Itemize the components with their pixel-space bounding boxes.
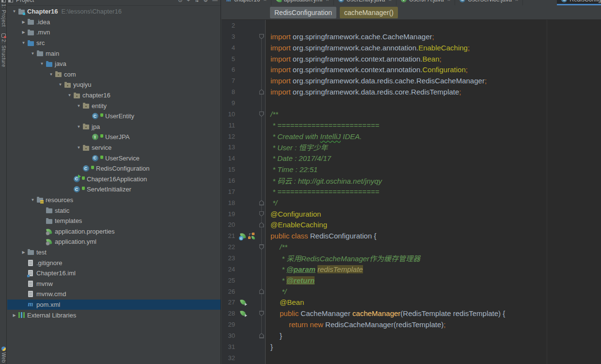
- tree-item-yuqiyu[interactable]: ▼yuqiyu: [7, 79, 221, 90]
- code-line-text[interactable]: import org.springframework.cache.annotat…: [266, 44, 470, 52]
- spring-bean-icon[interactable]: [240, 310, 247, 317]
- spring-configuration-icon[interactable]: c: [240, 233, 247, 239]
- tree-item-redisconfiguration[interactable]: CRedisConfiguration: [7, 163, 221, 174]
- code-line-text[interactable]: import org.springframework.data.redis.co…: [266, 88, 461, 96]
- code-line-text[interactable]: import org.springframework.cache.CacheMa…: [266, 32, 434, 41]
- fold-close-marker[interactable]: [259, 89, 264, 95]
- tree-item-application-yml[interactable]: application.yml: [7, 237, 221, 247]
- tree-item-userjpa[interactable]: IUserJPA: [7, 132, 221, 142]
- tool-stripe-button-2-structure[interactable]: 2: Structure: [1, 33, 6, 67]
- tree-item-external-libraries[interactable]: ▶External Libraries: [7, 310, 221, 320]
- code-line-text[interactable]: * 码云 : http://git.oschina.net/jnyqy: [266, 175, 382, 186]
- tree-item-mvnw[interactable]: mvnw: [7, 278, 221, 289]
- chevron-collapsed-icon[interactable]: ▶: [20, 20, 27, 24]
- tree-item-mvn[interactable]: ▶.mvn: [7, 27, 221, 38]
- editor-tab-application-yml[interactable]: application.yml×: [271, 0, 334, 5]
- chevron-expanded-icon[interactable]: ▼: [30, 198, 36, 202]
- tab-close-icon[interactable]: ×: [447, 0, 450, 2]
- chevron-expanded-icon[interactable]: ▼: [20, 41, 27, 45]
- code-line-text[interactable]: * Created with IntelliJ IDEA.: [266, 132, 362, 141]
- fold-close-marker[interactable]: [259, 222, 264, 227]
- fold-close-marker[interactable]: [259, 200, 264, 206]
- editor-tab-userentity-java[interactable]: CUserEntity.java×: [334, 0, 396, 5]
- code-line-text[interactable]: }: [266, 332, 282, 340]
- tree-item-resources[interactable]: ▼resources: [7, 195, 221, 206]
- code-line-text[interactable]: */: [266, 287, 286, 296]
- code-line-text[interactable]: * @param redisTemplate: [266, 265, 363, 273]
- tree-item-test[interactable]: ▶test: [7, 247, 221, 258]
- tree-item-chapter16[interactable]: ▼Chapter16E:\lessons\Chapter16: [7, 6, 221, 17]
- code-line-text[interactable]: @Configuration: [266, 210, 321, 218]
- chevron-collapsed-icon[interactable]: ▶: [11, 313, 17, 317]
- fold-open-marker[interactable]: [259, 311, 264, 316]
- editor-tab-chapter16[interactable]: mchapter16×: [221, 0, 271, 5]
- breadcrumb-redisconfiguration[interactable]: RedisConfiguration: [270, 7, 336, 18]
- hide-panel-icon[interactable]: —: [212, 0, 218, 3]
- code-line-text[interactable]: * User : 恒宇少年: [266, 142, 328, 152]
- tree-item-pom-xml[interactable]: mpom.xml: [7, 300, 221, 310]
- collapse-all-icon[interactable]: ⇅: [194, 0, 199, 3]
- fold-close-marker[interactable]: [259, 289, 264, 294]
- tree-item-service[interactable]: ▼service: [7, 142, 221, 153]
- code-line-text[interactable]: */: [266, 199, 277, 207]
- editor-tab-userservice-java[interactable]: CUserService.java×: [455, 0, 523, 5]
- chevron-collapsed-icon[interactable]: ▶: [20, 250, 27, 254]
- code-line-text[interactable]: * ========================: [266, 121, 379, 129]
- code-line-text[interactable]: * Date : 2017/4/17: [266, 154, 331, 162]
- chevron-expanded-icon[interactable]: ▼: [76, 104, 82, 108]
- code-line-text[interactable]: @EnableCaching: [266, 221, 327, 229]
- spring-bean-icon[interactable]: [240, 299, 247, 306]
- chevron-expanded-icon[interactable]: ▼: [66, 93, 73, 97]
- chevron-expanded-icon[interactable]: ▼: [11, 9, 17, 14]
- code-line-text[interactable]: import org.springframework.context.annot…: [266, 65, 468, 74]
- tree-item-chapter16[interactable]: ▼chapter16: [7, 90, 221, 101]
- editor-tab-redisconfigur[interactable]: CRedisConfigur: [557, 0, 601, 5]
- locate-icon[interactable]: ⊙: [178, 0, 182, 3]
- tree-item-templates[interactable]: templates: [7, 216, 221, 226]
- tab-close-icon[interactable]: ×: [263, 0, 266, 2]
- code-line-text[interactable]: public CacheManager cacheManager(RedisTe…: [266, 309, 505, 317]
- code-line-text[interactable]: public class RedisConfiguration {: [266, 232, 376, 240]
- chevron-expanded-icon[interactable]: ▼: [57, 82, 63, 87]
- code-line-text[interactable]: }: [266, 343, 273, 351]
- code-line-text[interactable]: * 采用RedisCacheManager作为缓存管理器: [266, 253, 420, 263]
- tree-item-jpa[interactable]: ▼jpa: [7, 122, 221, 132]
- tab-close-icon[interactable]: ×: [326, 0, 329, 2]
- fold-close-marker[interactable]: [259, 333, 264, 338]
- tree-item-entity[interactable]: ▼entity: [7, 100, 221, 111]
- code-line-text[interactable]: return new RedisCacheManager(redisTempla…: [266, 320, 446, 329]
- code-line-text[interactable]: /**: [266, 243, 287, 251]
- tree-item-userservice[interactable]: CUserService: [7, 153, 221, 163]
- code-line-text[interactable]: import org.springframework.data.redis.ca…: [266, 77, 487, 85]
- tree-item-userentity[interactable]: CUserEntity: [7, 111, 221, 122]
- code-line-text[interactable]: * @return: [266, 276, 315, 285]
- code-editor[interactable]: 23import org.springframework.cache.Cache…: [221, 20, 601, 364]
- tree-item-chapter16-iml[interactable]: Chapter16.iml: [7, 268, 221, 279]
- code-line-text[interactable]: * Time : 22:51: [266, 165, 317, 174]
- fold-open-marker[interactable]: [259, 34, 264, 39]
- fold-open-marker[interactable]: [259, 211, 264, 217]
- code-line-text[interactable]: /**: [266, 110, 278, 118]
- tree-item-java[interactable]: ▼java: [7, 59, 221, 69]
- tool-stripe-button-web[interactable]: Web: [1, 347, 6, 363]
- settings-gear-icon[interactable]: ⚙: [203, 0, 208, 3]
- tree-item-main[interactable]: ▼main: [7, 48, 221, 59]
- code-line-text[interactable]: @Bean: [266, 298, 304, 306]
- tab-close-icon[interactable]: ×: [515, 0, 518, 2]
- tool-stripe-button-1-project[interactable]: 1: Project: [1, 0, 6, 27]
- code-line-text[interactable]: import org.springframework.context.annot…: [266, 55, 442, 63]
- tree-item-mvnw-cmd[interactable]: mvnw.cmd: [7, 289, 221, 300]
- tree-item-idea[interactable]: ▶.idea: [7, 17, 221, 28]
- code-line-text[interactable]: * ========================: [266, 188, 379, 196]
- tree-item-static[interactable]: static: [7, 205, 221, 216]
- chevron-collapsed-icon[interactable]: ▶: [20, 30, 27, 34]
- breadcrumb-cachemanager[interactable]: cacheManager(): [340, 7, 398, 18]
- tree-item-application-properties[interactable]: application.properties: [7, 226, 221, 237]
- tab-close-icon[interactable]: ×: [388, 0, 391, 2]
- tree-item-com[interactable]: ▼com: [7, 69, 221, 80]
- chevron-expanded-icon[interactable]: ▼: [76, 145, 82, 150]
- tree-item-servletinitializer[interactable]: CServletInitializer: [7, 184, 221, 195]
- chevron-expanded-icon[interactable]: ▼: [39, 62, 45, 66]
- tree-item-src[interactable]: ▼src: [7, 38, 221, 48]
- chevron-expanded-icon[interactable]: ▼: [76, 125, 82, 129]
